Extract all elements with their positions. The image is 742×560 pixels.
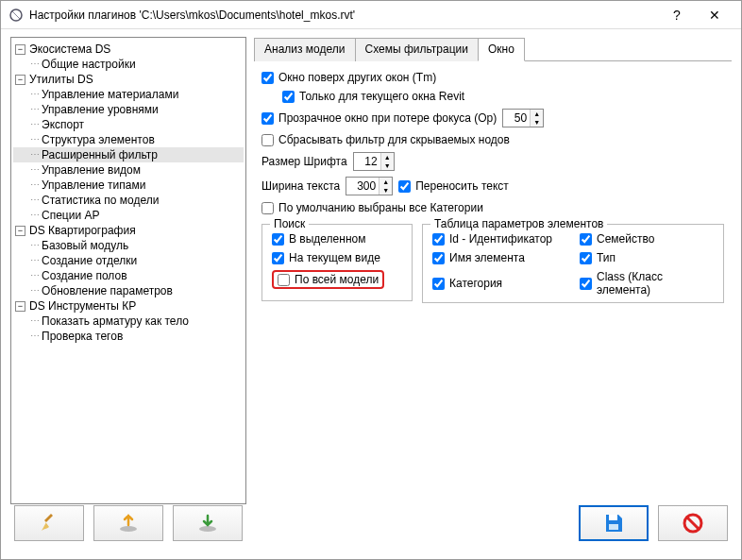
group-param-table: Таблица параметров элементов Id - Иденти… [422,224,724,303]
cancel-icon [682,512,704,535]
tree-toggle-icon[interactable]: − [15,301,25,312]
export-icon [117,512,140,535]
tree-leaf[interactable]: ⋯Обновление параметров [13,283,244,298]
chk-col-family[interactable]: Семейство [580,232,714,246]
tree-leaf-label: Структура элементов [42,132,155,147]
chk-search-whole-model[interactable]: По всей модели [278,273,379,286]
tree-leaf-label: Общие настройки [42,57,136,72]
tree-leaf-label: Показать арматуру как тело [42,314,189,329]
tab[interactable]: Схемы фильтрации [355,38,479,61]
tree-leaf[interactable]: ⋯Управление типами [13,178,244,193]
nav-tree[interactable]: −Экосистема DS⋯Общие настройки−Утилиты D… [10,37,246,504]
tree-leaf[interactable]: ⋯Экспорт [13,117,244,132]
tree-leaf[interactable]: ⋯Управление материалами [13,87,244,102]
opacity-spinner[interactable]: ▲▼ [502,109,544,127]
tree-toggle-icon[interactable]: − [15,44,25,55]
tree-leaf[interactable]: ⋯Показать арматуру как тело [13,314,244,329]
tree-leaf[interactable]: ⋯Статистика по модели [13,193,244,208]
chk-search-selection[interactable]: В выделенном [272,232,365,246]
spin-down-icon[interactable]: ▼ [531,118,543,127]
font-size-label: Размер Шрифта [261,155,347,168]
spin-down-icon[interactable]: ▼ [379,186,392,195]
spin-up-icon[interactable]: ▲ [379,178,392,186]
tree-branch-icon: ⋯ [30,57,38,72]
tab[interactable]: Окно [478,38,525,61]
tree-leaf[interactable]: ⋯Структура элементов [13,132,244,147]
tree-leaf-label: Статистика по модели [42,193,160,208]
chk-topmost-current-revit[interactable]: Только для текущего окна Revit [282,90,464,103]
close-button[interactable]: ✕ [696,2,734,28]
text-width-label: Ширина текста [261,179,340,193]
tree-node-label: Утилиты DS [29,72,93,87]
chk-default-all-categories[interactable]: По умолчанию выбраны все Категории [261,201,483,214]
tree-toggle-icon[interactable]: − [15,226,25,236]
tree-branch-icon: ⋯ [30,102,38,117]
chk-col-id[interactable]: Id - Идентификатор [432,232,566,246]
help-button[interactable]: ? [658,2,696,28]
tree-leaf-label: Управление уровнями [42,102,159,117]
chk-col-category[interactable]: Категория [432,270,566,297]
tree-leaf-label: Создание отделки [42,253,137,268]
chk-reset-filter[interactable]: Сбрасывать фильтр для скрываемых нодов [261,133,510,146]
tree-leaf[interactable]: ⋯Базовый модуль [13,238,244,253]
tree-branch-icon: ⋯ [30,117,38,132]
tree-leaf-label: Специи АР [42,208,99,223]
footer-toolbar [1,504,741,552]
clean-button[interactable] [14,505,84,541]
chk-topmost[interactable]: Окно поверх других окон (Tm) [261,71,436,84]
chk-col-class[interactable]: Class (Класс элемента) [580,270,714,297]
tree-leaf[interactable]: ⋯Создание полов [13,268,244,283]
tree-leaf[interactable]: ⋯Проверка тегов [13,329,244,344]
tab[interactable]: Анализ модели [254,38,356,61]
chk-col-name[interactable]: Имя элемента [432,251,566,264]
tree-leaf-label: Управление видом [42,162,141,178]
tree-branch-icon: ⋯ [30,132,38,147]
tree-branch-icon: ⋯ [30,147,38,162]
tree-branch-icon: ⋯ [30,178,38,193]
tree-leaf-label: Экспорт [42,117,84,132]
tree-leaf[interactable]: ⋯Специи АР [13,208,244,223]
tree-leaf-label: Проверка тегов [42,329,123,344]
app-icon [8,8,24,23]
tab-window-content: Окно поверх других окон (Tm) Только для … [254,61,732,504]
tree-branch-icon: ⋯ [30,268,38,283]
import-icon [196,512,219,535]
export-button[interactable] [93,505,163,541]
tree-node-label: DS Инструменты КР [29,298,136,314]
save-button[interactable] [579,505,649,541]
tree-leaf-label: Базовый модуль [42,238,128,253]
save-icon [602,512,625,535]
tree-branch-icon: ⋯ [30,87,38,102]
tree-leaf[interactable]: ⋯Управление уровнями [13,102,244,117]
chk-wrap-text[interactable]: Переносить текст [398,179,509,193]
tree-branch-icon: ⋯ [30,314,38,329]
tree-leaf[interactable]: ⋯Управление видом [13,162,244,178]
text-width-spinner[interactable]: ▲▼ [346,177,393,195]
tree-toggle-icon[interactable]: − [15,75,25,85]
tree-branch-icon: ⋯ [30,283,38,298]
font-size-spinner[interactable]: ▲▼ [353,152,395,171]
tree-node[interactable]: −DS Инструменты КР [13,298,244,314]
spin-up-icon[interactable]: ▲ [381,153,394,161]
tree-node-label: Экосистема DS [29,42,110,57]
chk-col-type[interactable]: Тип [580,251,714,264]
import-button[interactable] [173,505,243,541]
tree-node-label: DS Квартирография [29,223,136,238]
spin-up-icon[interactable]: ▲ [531,110,543,118]
highlight-whole-model: По всей модели [272,270,384,289]
tree-leaf[interactable]: ⋯Создание отделки [13,253,244,268]
window-title: Настройки плагинов 'C:\Users\mkos\Docume… [29,8,658,22]
chk-transparent-on-blur[interactable]: Прозрачное окно при потере фокуса (Op) [261,111,497,125]
tabs: Анализ моделиСхемы фильтрацииОкно [254,37,732,61]
tree-branch-icon: ⋯ [30,329,38,344]
tree-node[interactable]: −Экосистема DS [13,42,244,57]
tree-node[interactable]: −DS Квартирография [13,223,244,238]
tree-branch-icon: ⋯ [30,208,38,223]
spin-down-icon[interactable]: ▼ [381,161,394,170]
tree-node[interactable]: −Утилиты DS [13,72,244,87]
cancel-button[interactable] [658,505,728,541]
tree-leaf[interactable]: ⋯Общие настройки [13,57,244,72]
chk-search-current-view[interactable]: На текущем виде [272,251,380,264]
tree-branch-icon: ⋯ [30,238,38,253]
tree-leaf[interactable]: ⋯Расширенный фильтр [13,147,244,162]
